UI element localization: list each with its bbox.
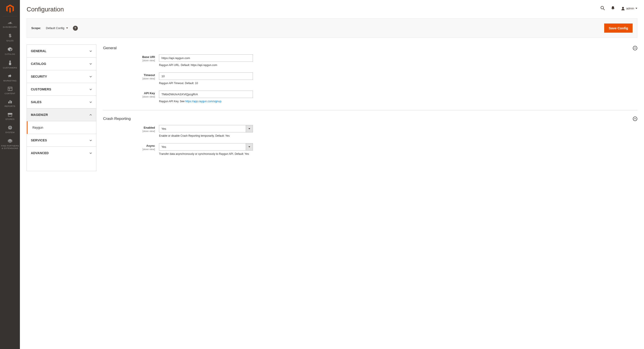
field-note: Raygun API URL. Default: https://api.ray…	[159, 63, 253, 67]
dollar-icon: $	[8, 33, 12, 38]
scope-select[interactable]: Default Config	[46, 27, 68, 30]
chevron-down-icon	[89, 50, 92, 53]
nav-stores[interactable]: STORES	[0, 110, 20, 123]
timeout-input[interactable]	[159, 73, 253, 80]
field-timeout: Timeout [store view] Raygun API Timeout.…	[103, 73, 637, 85]
config-tab-services[interactable]: SERVICES	[27, 134, 96, 147]
search-icon[interactable]	[600, 6, 605, 11]
config-tab-customers[interactable]: CUSTOMERS	[27, 83, 96, 96]
collapse-icon	[633, 46, 637, 50]
user-name: admin	[626, 7, 634, 10]
section-header-general[interactable]: General	[103, 45, 637, 54]
nav-marketing[interactable]: MARKETING	[0, 72, 20, 85]
async-select[interactable]: Yes	[159, 143, 253, 151]
nav-partners[interactable]: FIND PARTNERS & EXTENSIONS	[0, 136, 20, 152]
config-tab-magenizr[interactable]: MAGENIZR	[27, 109, 96, 121]
api-key-input[interactable]	[159, 91, 253, 98]
chevron-down-icon	[89, 75, 92, 78]
bell-icon[interactable]	[611, 6, 615, 11]
chevron-down-icon	[89, 101, 92, 104]
gear-icon	[8, 125, 12, 130]
config-tab-advanced[interactable]: ADVANCED	[27, 147, 96, 159]
config-tab-security[interactable]: SECURITY	[27, 70, 96, 83]
chevron-down-icon	[89, 88, 92, 91]
field-note: Raygun API Key. See https://app.raygun.c…	[159, 99, 253, 103]
section-general: General Base URI [store view] Raygun API	[103, 45, 637, 110]
base-uri-input[interactable]	[159, 54, 253, 62]
field-note: Raygun API Timeout. Default: 10	[159, 81, 253, 85]
save-config-button[interactable]: Save Config	[604, 24, 632, 33]
nav-system[interactable]: SYSTEM	[0, 123, 20, 136]
chevron-down-icon	[66, 28, 68, 29]
layout-icon	[8, 87, 12, 91]
config-sub-raygun[interactable]: Raygun	[27, 121, 96, 134]
nav-dashboard[interactable]: DASHBOARD	[0, 18, 20, 31]
field-note: Enable or disable Crash Reporting tempor…	[159, 134, 253, 138]
nav-content[interactable]: CONTENT	[0, 85, 20, 97]
field-async: Async [store view] Yes Transfer data asy…	[103, 143, 637, 156]
collapse-icon	[633, 117, 637, 121]
box-icon	[8, 47, 12, 52]
config-tab-sales[interactable]: SALES	[27, 96, 96, 109]
chevron-down-icon	[89, 139, 92, 142]
page-title: Configuration	[26, 6, 64, 13]
field-note: Transfer data asynchronously or synchron…	[159, 152, 253, 156]
main-content: Configuration admin Scope: Defaul	[20, 0, 644, 349]
config-tab-catalog[interactable]: CATALOG	[27, 58, 96, 70]
field-base-uri: Base URI [store view] Raygun API URL. De…	[103, 54, 637, 67]
magento-logo[interactable]	[0, 3, 20, 16]
svg-point-12	[622, 7, 624, 9]
nav-catalog[interactable]: CATALOG	[0, 45, 20, 58]
help-icon[interactable]: ?	[73, 26, 78, 31]
svg-point-10	[601, 6, 604, 9]
config-tabs: GENERAL CATALOG SECURITY CUSTOMERS SALES	[26, 45, 96, 171]
svg-line-11	[603, 9, 605, 10]
scope-bar: Scope: Default Config ? Save Config	[26, 18, 637, 38]
person-icon	[8, 60, 12, 65]
chevron-down-icon	[89, 152, 92, 155]
chevron-up-icon	[89, 113, 92, 116]
svg-point-2	[9, 61, 11, 62]
nav-sales[interactable]: $ SALES	[0, 31, 20, 45]
nav-reports[interactable]: REPORTS	[0, 97, 20, 110]
user-menu[interactable]: admin	[621, 7, 637, 10]
bar-chart-icon	[8, 100, 12, 104]
puzzle-icon	[8, 139, 12, 143]
svg-text:$: $	[9, 33, 11, 38]
signup-link[interactable]: https://app.raygun.com/signup	[185, 100, 222, 103]
storefront-icon	[8, 113, 12, 117]
svg-rect-7	[10, 100, 10, 103]
megaphone-icon	[8, 74, 12, 78]
field-api-key: API Key [store view] Raygun API Key. See…	[103, 91, 637, 103]
svg-rect-6	[8, 102, 9, 103]
enabled-select[interactable]: Yes	[159, 125, 253, 132]
section-crash-reporting: Crash Reporting Enabled [store view]	[103, 115, 637, 166]
nav-customers[interactable]: CUSTOMERS	[0, 58, 20, 72]
field-enabled: Enabled [store view] Yes Enable or disab…	[103, 125, 637, 138]
user-icon	[621, 7, 625, 10]
admin-sidebar: DASHBOARD $ SALES CATALOG CUSTOMERS MARK…	[0, 0, 20, 349]
section-header-crash[interactable]: Crash Reporting	[103, 115, 637, 125]
chevron-down-icon	[636, 8, 637, 9]
gauge-icon	[8, 20, 12, 24]
scope-label: Scope:	[31, 27, 41, 30]
svg-point-0	[10, 23, 10, 24]
config-tab-general[interactable]: GENERAL	[27, 45, 96, 58]
chevron-down-icon	[89, 62, 92, 65]
svg-rect-8	[11, 101, 12, 103]
svg-rect-3	[8, 87, 12, 91]
svg-rect-9	[8, 115, 12, 116]
